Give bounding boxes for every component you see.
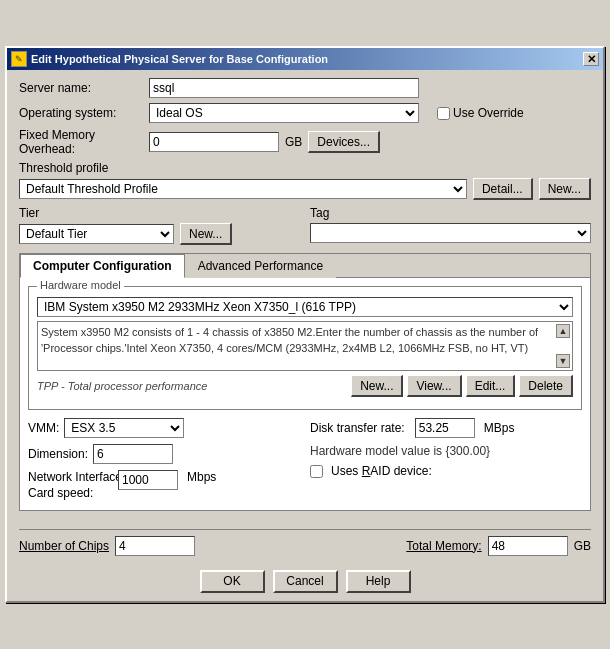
devices-button[interactable]: Devices... [308,131,380,153]
memory-input[interactable] [488,536,568,556]
tpp-delete-button[interactable]: Delete [519,375,573,397]
tpp-view-button[interactable]: View... [407,375,461,397]
fixed-memory-unit: GB [285,135,302,149]
hardware-group-label: Hardware model [37,279,124,291]
title-bar: ✎ Edit Hypothetical Physical Server for … [7,48,603,70]
right-col: Disk transfer rate: MBps Hardware model … [310,418,582,501]
nic-label: Network Interface Card speed: [28,470,113,501]
threshold-detail-button[interactable]: Detail... [473,178,533,200]
ok-button[interactable]: OK [200,570,265,593]
dimension-label: Dimension: [28,447,88,461]
tag-label: Tag [310,206,591,220]
raid-checkbox[interactable] [310,465,323,478]
left-col: VMM: ESX 3.5 Dimension: Network Interfac… [28,418,300,501]
hardware-model-select[interactable]: IBM System x3950 M2 2933MHz Xeon X7350_l… [37,297,573,317]
tab-container: Computer Configuration Advanced Performa… [19,253,591,510]
tier-new-button[interactable]: New... [180,223,232,245]
memory-section: Total Memory: GB [406,536,591,556]
dimension-row: Dimension: [28,444,300,464]
memory-unit: GB [574,539,591,553]
disk-label: Disk transfer rate: [310,421,405,435]
chips-section: Number of Chips [19,536,195,556]
threshold-row: Threshold profile Default Threshold Prof… [19,161,591,200]
tpp-label: TPP - Total processor performance [37,380,207,392]
window-title: Edit Hypothetical Physical Server for Ba… [31,53,328,65]
chips-input[interactable] [115,536,195,556]
disk-unit: MBps [484,421,515,435]
nic-input[interactable] [118,470,178,490]
os-select[interactable]: Ideal OS [149,103,419,123]
close-button[interactable]: ✕ [583,52,599,66]
threshold-new-button[interactable]: New... [539,178,591,200]
nic-unit: Mbps [187,470,216,484]
cancel-button[interactable]: Cancel [273,570,338,593]
tier-section: Tier Default Tier New... [19,206,300,245]
vmm-label: VMM: [28,421,59,435]
inner-form-grid: VMM: ESX 3.5 Dimension: Network Interfac… [28,418,582,501]
raid-row: Uses RAID device: [310,464,582,478]
memory-label: Total Memory: [406,539,481,553]
bottom-row: Number of Chips Total Memory: GB [7,530,603,556]
hw-model-value-text: Hardware model value is {300.00} [310,444,490,458]
tier-tag-row: Tier Default Tier New... Tag [19,206,591,245]
disk-input[interactable] [415,418,475,438]
threshold-label: Threshold profile [19,161,591,175]
main-window: ✎ Edit Hypothetical Physical Server for … [5,46,605,602]
server-name-row: Server name: [19,78,591,98]
use-override-label: Use Override [453,106,524,120]
vmm-select[interactable]: ESX 3.5 [64,418,184,438]
tier-label: Tier [19,206,300,220]
tpp-row: TPP - Total processor performance New...… [37,375,573,397]
fixed-memory-row: Fixed Memory Overhead: GB Devices... [19,128,591,156]
hardware-group: Hardware model IBM System x3950 M2 2933M… [28,286,582,410]
window-icon: ✎ [11,51,27,67]
raid-label: Uses RAID device: [331,464,432,478]
tab-computer-config[interactable]: Computer Configuration [20,254,185,278]
tpp-new-button[interactable]: New... [351,375,403,397]
action-buttons: OK Cancel Help [7,564,603,601]
tier-select[interactable]: Default Tier [19,224,174,244]
hw-value-row: Hardware model value is {300.00} [310,444,582,458]
tag-section: Tag [310,206,591,243]
scroll-down-button[interactable]: ▼ [556,354,570,368]
dimension-input[interactable] [93,444,173,464]
form-content: Server name: Operating system: Ideal OS … [7,70,603,528]
tpp-edit-button[interactable]: Edit... [466,375,516,397]
os-label: Operating system: [19,106,149,120]
disk-row: Disk transfer rate: MBps [310,418,582,438]
fixed-memory-label: Fixed Memory Overhead: [19,128,149,156]
help-button[interactable]: Help [346,570,411,593]
chips-label: Number of Chips [19,539,109,553]
tab-content-computer-config: Hardware model IBM System x3950 M2 2933M… [20,278,590,509]
use-override-checkbox[interactable] [437,107,450,120]
tpp-buttons: New... View... Edit... Delete [351,375,573,397]
fixed-memory-input[interactable] [149,132,279,152]
threshold-select[interactable]: Default Threshold Profile [19,179,467,199]
hardware-description: System x3950 M2 consists of 1 - 4 chassi… [37,321,573,371]
server-name-input[interactable] [149,78,419,98]
server-name-label: Server name: [19,81,149,95]
tab-advanced-perf[interactable]: Advanced Performance [185,254,336,278]
vmm-row: VMM: ESX 3.5 [28,418,300,438]
nic-row: Network Interface Card speed: Mbps [28,470,300,501]
scroll-up-button[interactable]: ▲ [556,324,570,338]
tab-bar: Computer Configuration Advanced Performa… [20,254,590,278]
hw-desc-scrollbar: ▲ ▼ [556,324,570,368]
tag-select[interactable] [310,223,591,243]
os-row: Operating system: Ideal OS Use Override [19,103,591,123]
